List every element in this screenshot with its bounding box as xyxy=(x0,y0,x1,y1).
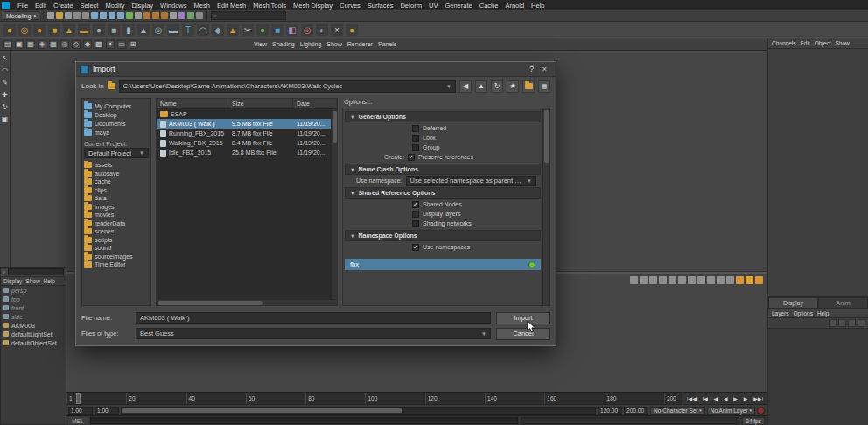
layer-tab-anim[interactable]: Anim xyxy=(818,297,868,309)
shaded-icon[interactable]: ◆ xyxy=(83,40,92,49)
character-set-dropdown[interactable]: No Character Set ▾ xyxy=(650,407,705,415)
column-header-date[interactable]: Date xyxy=(293,99,337,108)
file-row-idle-fbx-2015[interactable]: Idle_FBX_201525.8 MB fbx File11/19/20... xyxy=(157,148,337,157)
highlight-mode-icon[interactable]: ◈ xyxy=(38,40,46,49)
shadows-icon[interactable] xyxy=(746,276,753,284)
polygon-cube-icon[interactable]: ■ xyxy=(108,24,120,36)
menu-mesh-tools[interactable]: Mesh Tools xyxy=(249,2,290,10)
menu-file[interactable]: File xyxy=(14,2,32,10)
path-dropdown[interactable]: C:\Users\User\Desktop\Game Animations\Ch… xyxy=(119,80,456,93)
project-folder-autosave[interactable]: autosave xyxy=(84,170,149,178)
option-preserve-references[interactable]: Create:✓Preserve references xyxy=(344,152,542,162)
open-scene-icon[interactable] xyxy=(56,12,63,19)
panel-menu-show[interactable]: Show xyxy=(326,41,342,47)
step-back-key-button[interactable]: |◀ xyxy=(702,395,709,401)
redo-icon[interactable] xyxy=(82,12,89,19)
isolate-select-icon[interactable]: ◎ xyxy=(60,40,69,49)
section-header-shared-reference-options[interactable]: ▼Shared Reference Options xyxy=(345,187,541,199)
extrude-icon[interactable]: ▲ xyxy=(227,24,239,36)
time-slider[interactable]: 120406080100120140160180200 |◀◀|◀◀◀▶▶▶▶| xyxy=(66,392,766,404)
quad-draw-icon[interactable]: ■ xyxy=(271,24,284,36)
menu-curves[interactable]: Curves xyxy=(336,2,364,10)
outliner-item-defaultobjectset[interactable]: defaultObjectSet xyxy=(1,338,66,347)
snap-to-curve-icon[interactable] xyxy=(100,12,107,19)
project-folder-images[interactable]: images xyxy=(84,203,149,212)
file-list-vertical-scrollbar[interactable] xyxy=(331,109,337,299)
project-dropdown[interactable]: Default Project ▼ xyxy=(84,148,149,158)
outliner-menu-show[interactable]: Show xyxy=(25,278,39,284)
camera-attributes-icon[interactable] xyxy=(649,276,657,284)
range-slider-thumb[interactable] xyxy=(122,408,402,413)
section-header-namespace-options[interactable]: ▼Namespace Options xyxy=(345,230,541,241)
select-camera-icon[interactable] xyxy=(630,276,638,284)
project-folder-data[interactable]: data xyxy=(84,194,149,203)
layer-tab-display[interactable]: Display xyxy=(768,297,818,309)
file-row-running-fbx-2015[interactable]: Running_FBX_20158.7 MB fbx File11/19/20.… xyxy=(157,129,337,138)
multi-cut-icon[interactable]: ✂ xyxy=(242,24,254,36)
fps-indicator[interactable]: 24 fps xyxy=(742,417,765,425)
menu-uv[interactable]: UV xyxy=(425,2,441,10)
wireframe-icon[interactable] xyxy=(726,276,734,284)
nurbs-torus-icon[interactable]: ◎ xyxy=(18,24,31,36)
outliner-menu-display[interactable]: Display xyxy=(4,278,22,284)
save-scene-icon[interactable] xyxy=(65,12,72,19)
snap-to-plane-icon[interactable] xyxy=(117,12,124,19)
anim-layer-dropdown[interactable]: No Anim Layer ▾ xyxy=(707,407,755,415)
refresh-button[interactable]: ↻ xyxy=(491,80,503,93)
step-back-frame-button[interactable]: ◀ xyxy=(713,395,719,401)
project-folder-time-editor[interactable]: Time Editor xyxy=(84,261,149,269)
layer-menu-layers[interactable]: Layers xyxy=(772,310,789,317)
file-list-horizontal-scrollbar[interactable] xyxy=(157,299,337,305)
bookmarks-icon[interactable] xyxy=(659,276,667,284)
nurbs-plane-icon[interactable]: ▬ xyxy=(78,24,90,36)
select-by-component-icon[interactable]: ▦ xyxy=(26,40,35,49)
checkbox-icon[interactable] xyxy=(412,125,419,132)
file-type-options-item-fbx[interactable]: fbx xyxy=(345,259,541,270)
checkbox-icon[interactable] xyxy=(412,144,419,151)
project-folder-sound[interactable]: sound xyxy=(84,244,149,253)
delete-history-icon[interactable]: × xyxy=(331,24,343,36)
playback-end-field[interactable]: 120.00 xyxy=(598,407,622,415)
bookmark-desktop[interactable]: Desktop xyxy=(84,110,149,119)
boolean-icon[interactable]: ◐ xyxy=(316,24,328,36)
animation-end-field[interactable]: 200.00 xyxy=(624,407,648,415)
snap-to-point-icon[interactable] xyxy=(108,12,116,19)
nurbs-circle-icon[interactable]: ● xyxy=(33,24,46,36)
polygon-torus-icon[interactable]: ◎ xyxy=(152,24,164,36)
make-live-icon[interactable] xyxy=(126,12,133,19)
channel-box-menu-edit[interactable]: Edit xyxy=(800,40,809,46)
scrollbar-thumb[interactable] xyxy=(158,301,262,305)
menu-modify[interactable]: Modify xyxy=(102,2,128,10)
checkbox-icon[interactable]: ✓ xyxy=(408,154,415,161)
outliner-item-akm003[interactable]: AKM003 xyxy=(1,321,66,330)
option-group[interactable]: Group xyxy=(344,143,542,152)
back-button[interactable]: ◀ xyxy=(459,80,472,93)
go-to-end-button[interactable]: ▶▶| xyxy=(752,395,764,401)
panel-menu-shading[interactable]: Shading xyxy=(272,41,295,47)
project-folder-sourceimages[interactable]: sourceimages xyxy=(84,253,149,261)
create-empty-layer-icon[interactable] xyxy=(848,319,856,327)
ipr-render-icon[interactable] xyxy=(161,12,168,19)
bookmark-maya[interactable]: maya xyxy=(84,128,149,136)
section-header-name-clash-options[interactable]: ▼Name Clash Options xyxy=(345,164,541,175)
outliner-item-side[interactable]: side xyxy=(1,312,66,321)
selection-mode-dropdown[interactable]: Modeling ▾ xyxy=(3,11,39,20)
current-frame-marker[interactable] xyxy=(76,393,80,404)
help-button[interactable]: ? xyxy=(525,64,538,75)
paint-effects-icon[interactable] xyxy=(178,12,186,19)
new-scene-icon[interactable] xyxy=(47,12,54,19)
menu-edit-mesh[interactable]: Edit Mesh xyxy=(214,2,249,10)
toolbox-toggle-icon[interactable] xyxy=(196,12,203,19)
layer-menu-options[interactable]: Options xyxy=(794,310,813,317)
menu-mesh-display[interactable]: Mesh Display xyxy=(290,2,336,10)
project-folder-assets[interactable]: assets xyxy=(84,161,149,170)
option-shared-nodes[interactable]: ✓Shared Nodes xyxy=(344,199,542,209)
snap-to-grid-icon[interactable] xyxy=(91,12,98,19)
checkbox-icon[interactable] xyxy=(412,211,419,218)
soft-select-icon[interactable]: ● xyxy=(346,24,358,36)
column-header-name[interactable]: Name xyxy=(157,99,228,108)
outliner-search-input[interactable] xyxy=(8,268,64,275)
up-one-level-button[interactable]: ▲ xyxy=(475,80,487,93)
outliner-menu-help[interactable]: Help xyxy=(44,278,55,284)
outliner-item-top[interactable]: top xyxy=(1,295,66,303)
